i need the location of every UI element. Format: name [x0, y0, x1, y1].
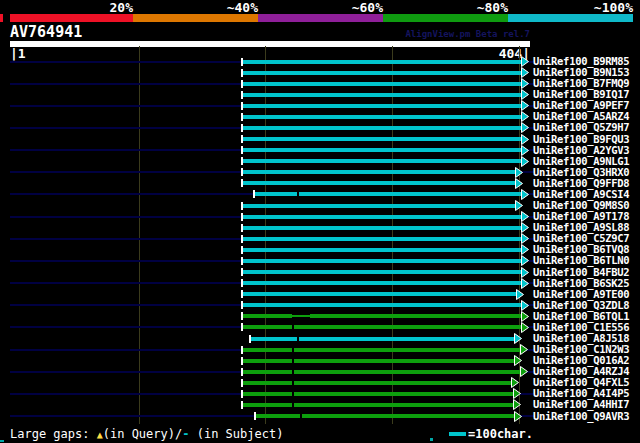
alignment-arrowhead-icon: [520, 344, 529, 355]
scale-unit-text: =100char.: [468, 427, 533, 441]
alignment-arrowhead-icon: [521, 233, 530, 244]
alignment-start-tick: [241, 58, 243, 66]
alignment-start-tick: [254, 412, 256, 420]
alignment-bar[interactable]: [242, 403, 513, 407]
alignment-row: UniRef100_B6SK25: [0, 278, 640, 289]
alignment-bar[interactable]: [242, 259, 521, 263]
alignment-bar[interactable]: [242, 370, 520, 374]
alignment-arrowhead-icon: [514, 411, 523, 422]
identity-scale-bar: [0, 14, 640, 22]
gap-notch: [292, 392, 294, 396]
alignment-bar[interactable]: [242, 237, 521, 241]
alignment-arrowhead-icon: [521, 267, 530, 278]
alignment-bar[interactable]: [242, 392, 513, 396]
hit-label[interactable]: UniRef100_A2YGV3: [533, 145, 640, 156]
alignment-start-tick: [241, 379, 243, 387]
alignment-bar[interactable]: [242, 215, 521, 219]
alignment-bar[interactable]: [242, 181, 515, 185]
alignment-bar[interactable]: [242, 71, 521, 75]
alignment-arrowhead-icon: [520, 366, 529, 377]
alignment-start-tick: [241, 346, 243, 354]
edge-mark: [0, 440, 4, 442]
alignment-start-tick: [241, 246, 243, 254]
scale-segment-60-80: [383, 14, 508, 22]
hit-label[interactable]: UniRef100_B9FQU3: [533, 134, 640, 145]
alignment-bar[interactable]: [242, 93, 521, 97]
alignment-bar[interactable]: [250, 337, 514, 341]
hit-label[interactable]: UniRef100_Q9AVR3: [533, 411, 640, 422]
legend-label: Large gaps:: [10, 427, 97, 441]
scale-unit-swatch-icon: [449, 432, 466, 436]
alignment-bar[interactable]: [242, 159, 521, 163]
alignment-arrowhead-icon: [521, 222, 530, 233]
alignment-arrowhead-icon: [521, 211, 530, 222]
gap-notch: [300, 414, 302, 418]
scale-label: ~80%: [428, 1, 508, 14]
gap-notch: [292, 359, 294, 363]
alignment-bar[interactable]: [242, 126, 521, 130]
alignment-start-tick: [241, 124, 243, 132]
alignment-bar[interactable]: [310, 314, 521, 318]
alignment-start-tick: [241, 390, 243, 398]
alignment-bar[interactable]: [242, 381, 511, 385]
alignment-arrowhead-icon: [521, 78, 530, 89]
alignment-arrowhead-icon: [511, 377, 520, 388]
alignment-row: UniRef100_B6TLN0: [0, 255, 640, 266]
edge-mark: [430, 438, 433, 441]
alignment-arrowhead-icon: [521, 311, 530, 322]
alignment-row: UniRef100_B9FQU3: [0, 134, 640, 145]
alignment-row: UniRef100_B4FBU2: [0, 267, 640, 278]
hit-label[interactable]: UniRef100_B6SK25: [533, 278, 640, 289]
edge-mark: [0, 14, 3, 22]
alignment-start-tick: [241, 102, 243, 110]
alignment-start-tick: [241, 235, 243, 243]
alignment-bar[interactable]: [254, 192, 521, 196]
alignment-start-tick: [241, 69, 243, 77]
alignment-bar[interactable]: [242, 170, 515, 174]
gap-notch: [292, 403, 294, 407]
alignment-row: UniRef100_A2YGV3: [0, 145, 640, 156]
hit-label[interactable]: UniRef100_B6TLN0: [533, 255, 640, 266]
legend-subject-gap-text: (in Subject): [189, 427, 283, 441]
alignment-bar[interactable]: [242, 303, 521, 307]
alignment-bar[interactable]: [242, 281, 521, 285]
alignment-arrowhead-icon: [516, 289, 525, 300]
alignment-bar[interactable]: [242, 270, 521, 274]
scale-segment-0-20: [10, 14, 133, 22]
alignment-bar[interactable]: [242, 248, 521, 252]
alignment-row: UniRef100_Q9AVR3: [0, 411, 640, 422]
alignment-bar[interactable]: [242, 82, 521, 86]
alignment-bar[interactable]: [242, 226, 521, 230]
alignment-arrowhead-icon: [521, 134, 530, 145]
alignment-bar[interactable]: [255, 414, 514, 418]
alignment-row: UniRef100_A4HHI7: [0, 399, 640, 410]
hit-label[interactable]: UniRef100_Q5Z9H7: [533, 122, 640, 133]
alignment-bar[interactable]: [242, 292, 516, 296]
hit-label[interactable]: UniRef100_B4FBU2: [533, 267, 640, 278]
scale-label: ~40%: [178, 1, 258, 14]
alignment-start-tick: [241, 80, 243, 88]
query-name: AV764941: [10, 25, 82, 40]
alignment-bar[interactable]: [292, 315, 310, 317]
alignment-bar[interactable]: [242, 348, 520, 352]
alignment-start-tick: [241, 146, 243, 154]
hit-label[interactable]: UniRef100_A4HHI7: [533, 399, 640, 410]
alignment-bar[interactable]: [242, 325, 521, 329]
alignment-arrowhead-icon: [521, 56, 530, 67]
alignment-bar[interactable]: [242, 60, 521, 64]
alignment-bar[interactable]: [242, 115, 521, 119]
alignment-bar[interactable]: [242, 359, 514, 363]
alignment-arrowhead-icon: [513, 388, 522, 399]
alignment-bar[interactable]: [242, 137, 521, 141]
alignment-bar[interactable]: [242, 104, 521, 108]
app-credit: AlignView.pm Beta rel.7: [230, 29, 530, 40]
alignment-arrowhead-icon: [521, 278, 530, 289]
scale-segment-20-40: [133, 14, 258, 22]
gap-notch: [292, 348, 294, 352]
alignment-bar[interactable]: [242, 148, 521, 152]
alignment-bar[interactable]: [242, 204, 515, 208]
legend-large-gaps: Large gaps: ▲(in Query)/- (in Subject): [10, 427, 283, 442]
alignment-arrowhead-icon: [521, 156, 530, 167]
alignment-arrowhead-icon: [514, 333, 523, 344]
alignment-bar[interactable]: [242, 314, 292, 318]
